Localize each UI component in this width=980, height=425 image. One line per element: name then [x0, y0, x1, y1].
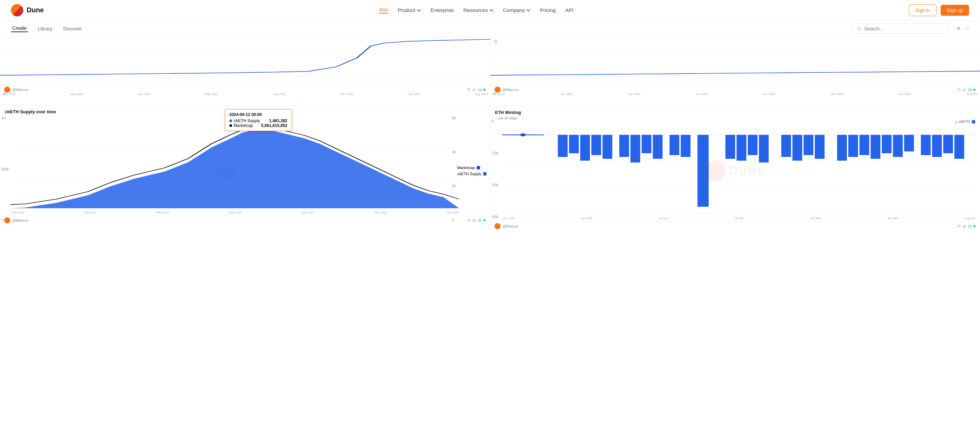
search-input[interactable] — [864, 26, 943, 32]
svg-point-7 — [974, 89, 975, 91]
nav-api[interactable]: API — [565, 7, 573, 13]
chart-svg-right — [490, 37, 980, 85]
svg-rect-46 — [904, 135, 914, 151]
svg-point-0 — [858, 27, 860, 29]
tooltip-row-1: cbETH Supply 1,463,382 — [229, 118, 288, 123]
author-name-right: @Marcov — [503, 88, 519, 92]
logo[interactable]: Dune — [11, 4, 44, 16]
svg-rect-34 — [748, 135, 757, 155]
legend-label-supply: cbETH Supply — [457, 172, 481, 176]
svg-rect-44 — [882, 135, 892, 153]
subnav: Create Library Discover ☀ ··· — [0, 21, 980, 37]
svg-rect-25 — [619, 135, 629, 157]
chart-title-right: ETH Minting — [495, 110, 521, 115]
nav-enterprise[interactable]: Enterprise — [430, 7, 454, 13]
tab-library[interactable]: Library — [36, 26, 54, 32]
nav-pricing[interactable]: Pricing — [540, 7, 556, 13]
refresh-icon-br[interactable]: ↻ — [958, 224, 961, 229]
legend-color-cbeth — [972, 120, 975, 124]
tooltip-date: 2024-06-12 00:00 — [229, 112, 288, 117]
navbar: Dune App Product Enterprise Resources Co… — [0, 0, 980, 21]
nav-product[interactable]: Product — [398, 7, 421, 13]
svg-rect-36 — [781, 135, 791, 157]
svg-rect-23 — [591, 135, 601, 155]
chart-footer-left: @Marcov ↻ ⊡ 1d — [0, 85, 490, 94]
nav-resources[interactable]: Resources — [463, 7, 493, 13]
camera-icon-left[interactable]: ⊡ — [473, 88, 476, 92]
tooltip-dot-1 — [229, 119, 232, 122]
badge-bottom-left: 3h — [478, 218, 485, 223]
svg-rect-21 — [569, 135, 579, 153]
chart-footer-bottom-left: @Marcov ↻ ⊡ 3h — [0, 216, 490, 225]
svg-rect-22 — [580, 135, 590, 161]
svg-rect-35 — [759, 135, 768, 162]
svg-rect-45 — [893, 135, 903, 157]
nav-app[interactable]: App — [379, 6, 388, 14]
legend-left: Marketcap cbETH Supply — [457, 166, 486, 176]
chart-controls-left: ↻ ⊡ 1d — [468, 88, 485, 92]
chart-footer-bottom-right: @Marcov ↻ ⊡ 3h — [490, 221, 980, 231]
nav-actions: Sign in Sign up — [909, 5, 969, 16]
refresh-icon-right[interactable]: ↻ — [958, 88, 961, 92]
tooltip-label-2: Marketcap — [229, 123, 253, 128]
chart-author-bottom-left: @Marcov — [4, 217, 29, 223]
bottom-charts-row: cbETH Supply over time Dune 2024-06-12 0… — [0, 106, 980, 236]
tab-discover[interactable]: Discover — [62, 26, 83, 32]
search-icon — [857, 26, 862, 31]
camera-icon-right[interactable]: ⊡ — [963, 88, 966, 92]
svg-rect-39 — [815, 135, 825, 159]
sun-icon[interactable]: ☀ — [956, 25, 961, 32]
y-labels-right-chart: 0 -20k -40k -60k — [492, 119, 498, 219]
svg-rect-43 — [870, 135, 880, 159]
author-bottom-left: @Marcov — [12, 218, 29, 223]
chart-tooltip: 2024-06-12 00:00 cbETH Supply 1,463,382 … — [225, 109, 292, 131]
badge-right: 2d — [968, 88, 976, 92]
chart-controls-right: ↻ ⊡ 2d — [958, 88, 976, 92]
svg-rect-42 — [859, 135, 869, 155]
nav-company[interactable]: Company — [503, 7, 530, 13]
svg-line-1 — [860, 29, 861, 30]
svg-point-13 — [484, 219, 485, 221]
tooltip-val-2: 5,561,615,852 — [261, 123, 288, 128]
svg-rect-32 — [725, 135, 735, 159]
svg-rect-41 — [848, 135, 858, 157]
camera-icon-br[interactable]: ⊡ — [963, 224, 966, 229]
author-name-left: @Marcov — [12, 88, 29, 92]
signup-button[interactable]: Sign up — [941, 5, 969, 16]
camera-icon-bl[interactable]: ⊡ — [473, 218, 476, 223]
subnav-actions: ☀ ··· — [956, 25, 969, 32]
svg-rect-28 — [652, 135, 662, 159]
avatar-bottom-left — [4, 217, 10, 223]
svg-rect-49 — [943, 135, 953, 153]
svg-rect-40 — [837, 135, 847, 161]
svg-rect-38 — [803, 135, 813, 155]
chart-header-right: ETH Minting ...ust 30 days — [490, 106, 980, 120]
signin-button[interactable]: Sign in — [909, 5, 937, 16]
svg-point-51 — [974, 225, 975, 227]
svg-rect-33 — [737, 135, 746, 161]
chart-controls-bottom-right: ↻ ⊡ 3h — [958, 224, 976, 229]
svg-rect-27 — [641, 135, 652, 153]
logo-icon — [11, 4, 23, 16]
legend-item-supply: cbETH Supply — [457, 172, 486, 176]
legend-color-marketcap — [477, 166, 480, 169]
nav-links: App Product Enterprise Resources Company… — [379, 6, 573, 14]
top-charts-row: 0 @Marcov ↻ ⊡ 1d May 2022Sep 2022Jan 202… — [0, 37, 980, 106]
tooltip-dot-2 — [229, 124, 232, 127]
legend-item-marketcap: Marketcap — [457, 166, 486, 170]
svg-rect-50 — [955, 135, 964, 159]
chart-controls-bottom-left: ↻ ⊡ 3h — [468, 218, 485, 223]
tab-create[interactable]: Create — [11, 25, 28, 32]
svg-rect-48 — [932, 135, 942, 157]
svg-rect-30 — [681, 135, 690, 157]
more-icon[interactable]: ··· — [965, 25, 969, 32]
chart-author-bottom-right: @Marcov — [495, 223, 519, 229]
author-bottom-right: @Marcov — [503, 224, 519, 228]
refresh-icon-left[interactable]: ↻ — [468, 88, 471, 92]
svg-rect-24 — [602, 135, 612, 159]
top-chart-left: 0 @Marcov ↻ ⊡ 1d May 2022Sep 2022Jan 202… — [0, 37, 490, 105]
tooltip-row-2: Marketcap 5,561,615,852 — [229, 123, 288, 128]
legend-right-chart: △ cbETH — [955, 119, 975, 124]
refresh-icon-bl[interactable]: ↻ — [468, 218, 471, 223]
search-bar[interactable] — [852, 24, 948, 34]
